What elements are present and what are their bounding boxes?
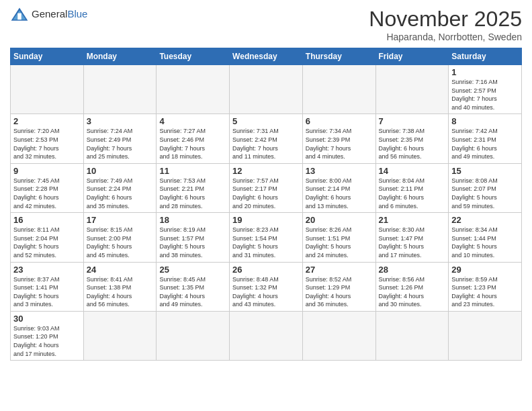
day-info: Sunrise: 8:59 AM Sunset: 1:23 PM Dayligh… xyxy=(451,275,519,309)
day-number: 5 xyxy=(232,116,300,126)
calendar-cell: 3Sunrise: 7:24 AM Sunset: 2:49 PM Daylig… xyxy=(83,114,157,163)
day-number: 27 xyxy=(306,265,373,275)
calendar-cell: 23Sunrise: 8:37 AM Sunset: 1:41 PM Dayli… xyxy=(11,262,84,311)
day-info: Sunrise: 8:37 AM Sunset: 1:41 PM Dayligh… xyxy=(13,275,81,309)
day-info: Sunrise: 8:11 AM Sunset: 2:04 PM Dayligh… xyxy=(13,226,81,259)
calendar-cell xyxy=(157,65,230,114)
col-tuesday: Tuesday xyxy=(157,48,230,65)
day-info: Sunrise: 9:03 AM Sunset: 1:20 PM Dayligh… xyxy=(13,324,81,358)
day-number: 19 xyxy=(232,215,300,225)
day-info: Sunrise: 8:04 AM Sunset: 2:11 PM Dayligh… xyxy=(379,177,446,210)
day-info: Sunrise: 7:38 AM Sunset: 2:35 PM Dayligh… xyxy=(379,127,446,161)
calendar-cell: 6Sunrise: 7:34 AM Sunset: 2:39 PM Daylig… xyxy=(302,114,375,163)
day-number: 26 xyxy=(232,265,300,275)
day-info: Sunrise: 7:34 AM Sunset: 2:39 PM Dayligh… xyxy=(306,127,373,161)
calendar-cell: 11Sunrise: 7:53 AM Sunset: 2:21 PM Dayli… xyxy=(157,163,230,212)
calendar-cell xyxy=(302,65,375,114)
calendar-cell: 29Sunrise: 8:59 AM Sunset: 1:23 PM Dayli… xyxy=(449,262,522,311)
calendar-week-0: 1Sunrise: 7:16 AM Sunset: 2:57 PM Daylig… xyxy=(11,65,522,114)
day-info: Sunrise: 8:15 AM Sunset: 2:00 PM Dayligh… xyxy=(87,226,154,259)
calendar-cell: 12Sunrise: 7:57 AM Sunset: 2:17 PM Dayli… xyxy=(230,163,303,212)
day-number: 14 xyxy=(379,166,446,176)
logo-general: General xyxy=(32,8,67,19)
calendar-cell: 24Sunrise: 8:41 AM Sunset: 1:38 PM Dayli… xyxy=(83,262,157,311)
calendar-cell xyxy=(83,311,157,360)
day-info: Sunrise: 7:16 AM Sunset: 2:57 PM Dayligh… xyxy=(451,78,519,111)
day-info: Sunrise: 8:00 AM Sunset: 2:14 PM Dayligh… xyxy=(306,177,373,210)
day-number: 12 xyxy=(232,166,300,176)
col-saturday: Saturday xyxy=(449,48,522,65)
calendar-cell: 25Sunrise: 8:45 AM Sunset: 1:35 PM Dayli… xyxy=(157,262,230,311)
day-number: 1 xyxy=(451,67,519,77)
calendar-cell: 30Sunrise: 9:03 AM Sunset: 1:20 PM Dayli… xyxy=(11,311,84,360)
calendar-week-5: 30Sunrise: 9:03 AM Sunset: 1:20 PM Dayli… xyxy=(11,311,522,360)
calendar-cell: 18Sunrise: 8:19 AM Sunset: 1:57 PM Dayli… xyxy=(157,213,230,262)
calendar-cell xyxy=(11,65,84,114)
calendar-cell: 10Sunrise: 7:49 AM Sunset: 2:24 PM Dayli… xyxy=(83,163,157,212)
calendar-cell: 5Sunrise: 7:31 AM Sunset: 2:42 PM Daylig… xyxy=(230,114,303,163)
day-number: 24 xyxy=(87,265,154,275)
day-info: Sunrise: 8:34 AM Sunset: 1:44 PM Dayligh… xyxy=(451,226,519,259)
col-friday: Friday xyxy=(375,48,449,65)
col-sunday: Sunday xyxy=(11,48,84,65)
calendar-week-3: 16Sunrise: 8:11 AM Sunset: 2:04 PM Dayli… xyxy=(11,213,522,262)
day-number: 11 xyxy=(159,166,226,176)
day-info: Sunrise: 8:45 AM Sunset: 1:35 PM Dayligh… xyxy=(159,275,226,309)
day-number: 4 xyxy=(159,116,226,126)
calendar-cell: 2Sunrise: 7:20 AM Sunset: 2:53 PM Daylig… xyxy=(11,114,84,163)
day-number: 8 xyxy=(451,116,519,126)
calendar-cell: 4Sunrise: 7:27 AM Sunset: 2:46 PM Daylig… xyxy=(157,114,230,163)
calendar-cell: 19Sunrise: 8:23 AM Sunset: 1:54 PM Dayli… xyxy=(230,213,303,262)
calendar-cell: 1Sunrise: 7:16 AM Sunset: 2:57 PM Daylig… xyxy=(449,65,522,114)
day-info: Sunrise: 7:24 AM Sunset: 2:49 PM Dayligh… xyxy=(87,127,154,161)
day-number: 20 xyxy=(306,215,373,225)
day-info: Sunrise: 7:57 AM Sunset: 2:17 PM Dayligh… xyxy=(232,177,300,210)
calendar-cell: 15Sunrise: 8:08 AM Sunset: 2:07 PM Dayli… xyxy=(449,163,522,212)
day-info: Sunrise: 8:30 AM Sunset: 1:47 PM Dayligh… xyxy=(379,226,446,259)
day-number: 3 xyxy=(87,116,154,126)
day-number: 6 xyxy=(306,116,373,126)
day-info: Sunrise: 7:49 AM Sunset: 2:24 PM Dayligh… xyxy=(87,177,154,210)
day-number: 15 xyxy=(451,166,519,176)
day-info: Sunrise: 8:08 AM Sunset: 2:07 PM Dayligh… xyxy=(451,177,519,210)
calendar-cell: 17Sunrise: 8:15 AM Sunset: 2:00 PM Dayli… xyxy=(83,213,157,262)
day-info: Sunrise: 7:31 AM Sunset: 2:42 PM Dayligh… xyxy=(232,127,300,161)
day-info: Sunrise: 8:23 AM Sunset: 1:54 PM Dayligh… xyxy=(232,226,300,259)
calendar-cell: 8Sunrise: 7:42 AM Sunset: 2:31 PM Daylig… xyxy=(449,114,522,163)
day-number: 18 xyxy=(159,215,226,225)
day-number: 30 xyxy=(13,314,81,324)
col-monday: Monday xyxy=(83,48,157,65)
calendar-header-row: Sunday Monday Tuesday Wednesday Thursday… xyxy=(11,48,522,65)
day-info: Sunrise: 8:41 AM Sunset: 1:38 PM Dayligh… xyxy=(87,275,154,309)
logo-blue: Blue xyxy=(67,8,87,19)
calendar-cell: 26Sunrise: 8:48 AM Sunset: 1:32 PM Dayli… xyxy=(230,262,303,311)
day-number: 21 xyxy=(379,215,446,225)
calendar-cell: 9Sunrise: 7:45 AM Sunset: 2:28 PM Daylig… xyxy=(11,163,84,212)
calendar-cell: 20Sunrise: 8:26 AM Sunset: 1:51 PM Dayli… xyxy=(302,213,375,262)
calendar-cell xyxy=(230,311,303,360)
calendar-cell xyxy=(375,311,449,360)
calendar-cell xyxy=(449,311,522,360)
calendar-cell: 28Sunrise: 8:56 AM Sunset: 1:26 PM Dayli… xyxy=(375,262,449,311)
calendar-table: Sunday Monday Tuesday Wednesday Thursday… xyxy=(10,48,522,361)
calendar-cell xyxy=(83,65,157,114)
header: GeneralBlue November 2025 Haparanda, Nor… xyxy=(10,7,522,42)
calendar-cell: 16Sunrise: 8:11 AM Sunset: 2:04 PM Dayli… xyxy=(11,213,84,262)
logo-text: GeneralBlue xyxy=(32,9,87,20)
day-info: Sunrise: 8:52 AM Sunset: 1:29 PM Dayligh… xyxy=(306,275,373,309)
calendar-cell: 22Sunrise: 8:34 AM Sunset: 1:44 PM Dayli… xyxy=(449,213,522,262)
col-thursday: Thursday xyxy=(302,48,375,65)
day-info: Sunrise: 7:27 AM Sunset: 2:46 PM Dayligh… xyxy=(159,127,226,161)
calendar-cell: 27Sunrise: 8:52 AM Sunset: 1:29 PM Dayli… xyxy=(302,262,375,311)
location: Haparanda, Norrbotten, Sweden xyxy=(369,32,522,42)
calendar-week-4: 23Sunrise: 8:37 AM Sunset: 1:41 PM Dayli… xyxy=(11,262,522,311)
day-number: 2 xyxy=(13,116,81,126)
calendar-cell xyxy=(375,65,449,114)
col-wednesday: Wednesday xyxy=(230,48,303,65)
day-info: Sunrise: 8:26 AM Sunset: 1:51 PM Dayligh… xyxy=(306,226,373,259)
calendar-cell: 21Sunrise: 8:30 AM Sunset: 1:47 PM Dayli… xyxy=(375,213,449,262)
calendar-week-2: 9Sunrise: 7:45 AM Sunset: 2:28 PM Daylig… xyxy=(11,163,522,212)
day-info: Sunrise: 7:42 AM Sunset: 2:31 PM Dayligh… xyxy=(451,127,519,161)
day-number: 9 xyxy=(13,166,81,176)
day-number: 29 xyxy=(451,265,519,275)
